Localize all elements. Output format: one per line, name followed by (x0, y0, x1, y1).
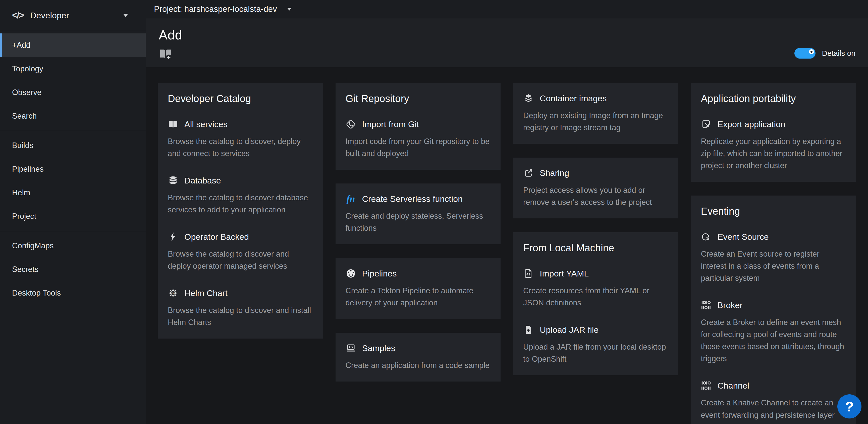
project-label: Project: harshcasper-localsta-dev (154, 4, 277, 14)
perspective-switcher[interactable]: </> Developer (0, 0, 146, 31)
database-icon (168, 175, 178, 186)
card-from-local-machine: From Local Machine Import YAML Create r (513, 232, 678, 375)
item-title: Operator Backed (184, 232, 249, 242)
helm-icon: HELM (168, 288, 178, 298)
item-title: Samples (362, 343, 395, 353)
add-card-grid: Developer Catalog All services Browse th… (146, 67, 868, 424)
grid-column: Application portability Export applicati… (691, 83, 856, 424)
export-application-icon (701, 119, 712, 130)
item-description: Upload a JAR file from your local deskto… (523, 341, 668, 365)
item-title: Channel (718, 381, 749, 391)
sidebar-item-project[interactable]: Project (0, 205, 146, 228)
item-all-services[interactable]: All services Browse the catalog to disco… (168, 119, 313, 160)
card-title: Eventing (701, 205, 846, 217)
pipelines-tekton-icon (346, 268, 356, 279)
details-toggle-switch[interactable] (795, 48, 815, 59)
sidebar-item-label: Builds (12, 141, 33, 150)
item-description: Project access allows you to add or remo… (523, 184, 668, 208)
sidebar-item-add[interactable]: +Add (0, 33, 146, 57)
perspective-label: Developer (30, 10, 69, 20)
import-yaml-icon (523, 268, 534, 279)
sidebar-item-label: Observe (12, 88, 41, 97)
sidebar-item-label: Project (12, 212, 36, 221)
item-title: Container images (540, 93, 607, 103)
item-container-images[interactable]: Container images Deploy an existing Imag… (523, 93, 668, 134)
card-developer-catalog: Developer Catalog All services Browse th… (158, 83, 323, 339)
item-description: Create an Event source to register inter… (701, 248, 846, 284)
chevron-down-icon (123, 14, 128, 17)
sidebar-item-label: +Add (12, 41, 30, 50)
sidebar-item-topology[interactable]: Topology (0, 57, 146, 81)
toggle-knob (809, 49, 814, 54)
item-import-from-git[interactable]: Import from Git Import code from your Gi… (346, 119, 491, 160)
sidebar-item-label: ConfigMaps (12, 241, 54, 250)
item-export-application[interactable]: Export application Replicate your applic… (701, 119, 846, 172)
help-button[interactable]: ? (837, 394, 862, 419)
nav-divider (0, 231, 146, 231)
sidebar-item-label: Desktop Tools (12, 288, 61, 298)
sidebar-nav: +Add Topology Observe Search Builds Pipe… (0, 31, 146, 305)
sidebar-item-label: Secrets (12, 265, 38, 274)
project-selector[interactable]: Project: harshcasper-localsta-dev (154, 4, 291, 14)
item-description: Browse the catalog to discover, deploy a… (168, 136, 313, 160)
sidebar-item-configmaps[interactable]: ConfigMaps (0, 234, 146, 258)
sidebar-item-label: Pipelines (12, 165, 44, 174)
item-sharing[interactable]: Sharing Project access allows you to add… (523, 168, 668, 208)
broker-icon (701, 300, 712, 310)
details-toggle-group: Details on (795, 48, 856, 59)
page-title: Add (159, 27, 856, 43)
item-description: Browse the catalog to discover and insta… (168, 304, 313, 329)
quickstart-book-plus-icon[interactable] (159, 47, 172, 60)
item-title: Export application (718, 119, 785, 129)
item-description: Browse the catalog to discover and deplo… (168, 248, 313, 272)
item-upload-jar-file[interactable]: Upload JAR file Upload a JAR file from y… (523, 324, 668, 365)
item-broker[interactable]: Broker Create a Broker to define an even… (701, 300, 846, 365)
item-title: Create Serverless function (362, 194, 463, 204)
details-toggle-label: Details on (822, 49, 856, 58)
masthead: Project: harshcasper-localsta-dev (146, 0, 868, 18)
sidebar-item-search[interactable]: Search (0, 104, 146, 128)
item-description: Deploy an existing Image from an Image r… (523, 110, 668, 134)
sidebar-item-observe[interactable]: Observe (0, 81, 146, 104)
card-title: Developer Catalog (168, 93, 313, 104)
item-channel[interactable]: Channel Create a Knative Channel to crea… (701, 380, 846, 424)
item-title: Helm Chart (184, 288, 227, 298)
item-description: Create a Tekton Pipeline to automate del… (346, 285, 491, 309)
item-database[interactable]: Database Browse the catalog to discover … (168, 175, 313, 216)
item-description: Create a Broker to define an event mesh … (701, 316, 846, 365)
card-sharing: Sharing Project access allows you to add… (513, 158, 678, 219)
share-icon (523, 168, 534, 178)
container-images-icon (523, 93, 534, 104)
item-event-source[interactable]: Event Source Create an Event source to r… (701, 231, 846, 284)
sidebar-item-label: Search (12, 112, 37, 121)
samples-laptop-icon (346, 343, 356, 354)
sidebar-item-desktop-tools[interactable]: Desktop Tools (0, 281, 146, 305)
sidebar-item-secrets[interactable]: Secrets (0, 258, 146, 281)
sidebar-item-builds[interactable]: Builds (0, 134, 146, 157)
item-create-serverless-function[interactable]: fn Create Serverless function Create and… (346, 194, 491, 234)
help-question-mark: ? (845, 398, 854, 415)
item-import-yaml[interactable]: Import YAML Create resources from their … (523, 268, 668, 309)
item-operator-backed[interactable]: Operator Backed Browse the catalog to di… (168, 231, 313, 272)
item-description: Replicate your application by exporting … (701, 136, 846, 172)
item-title: Import YAML (540, 269, 589, 279)
grid-column: Container images Deploy an existing Imag… (513, 83, 678, 375)
item-description: Create an application from a code sample (346, 360, 491, 371)
grid-column: Developer Catalog All services Browse th… (158, 83, 323, 339)
item-helm-chart[interactable]: HELM Helm Chart Browse the catalog to di… (168, 288, 313, 329)
item-title: Pipelines (362, 269, 397, 279)
sidebar-item-pipelines[interactable]: Pipelines (0, 157, 146, 181)
card-title: From Local Machine (523, 242, 668, 254)
card-git-repository: Git Repository Import from Git (336, 83, 501, 170)
card-eventing: Eventing Event Source Create an Event so… (691, 196, 856, 424)
item-title: Broker (718, 300, 743, 310)
item-description: Import code from your Git repository to … (346, 136, 491, 160)
item-title: Sharing (540, 168, 569, 178)
item-pipelines[interactable]: Pipelines Create a Tekton Pipeline to au… (346, 268, 491, 309)
card-pipelines: Pipelines Create a Tekton Pipeline to au… (336, 258, 501, 319)
sidebar-item-label: Topology (12, 64, 43, 74)
item-description: Browse the catalog to discover database … (168, 192, 313, 216)
sidebar-item-helm[interactable]: Helm (0, 181, 146, 205)
item-samples[interactable]: Samples Create an application from a cod… (346, 343, 491, 371)
upload-jar-icon (523, 324, 534, 335)
